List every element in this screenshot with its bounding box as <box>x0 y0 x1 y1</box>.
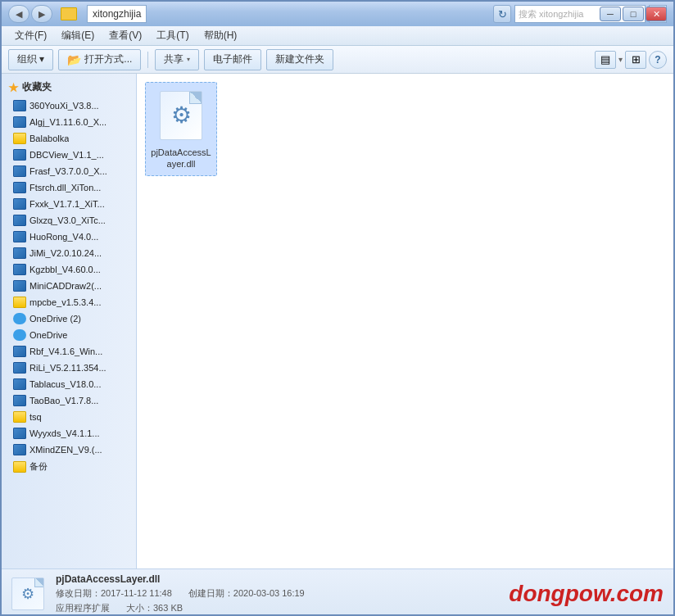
share-dropdown-icon: ▾ <box>187 56 190 63</box>
sidebar-item-icon-4 <box>13 165 26 177</box>
sidebar-item-label-17: Tablacus_V18.0... <box>29 379 101 389</box>
sidebar-item-icon-12 <box>13 297 26 308</box>
title-bar-left: ◀ ▶ xitongzhijia <box>8 5 152 23</box>
sidebar-item-icon-15 <box>13 346 26 357</box>
sidebar-item-2[interactable]: Balabolka <box>2 130 136 147</box>
sidebar-item-4[interactable]: Frasf_V3.7.0.0_X... <box>2 163 136 179</box>
file-gear-icon: ⚙ <box>171 102 192 129</box>
sidebar-item-label-7: Glxzq_V3.0_XiTc... <box>29 215 106 225</box>
sidebar-item-icon-10 <box>13 264 26 275</box>
sidebar: ★ 收藏夹 360YouXi_V3.8... Algj_V1.11.6.0_X.… <box>2 74 137 568</box>
status-filename: pjDataAccessLayer.dll <box>56 573 497 585</box>
sidebar-item-label-16: RiLi_V5.2.11.354... <box>29 363 106 373</box>
open-with-label: 打开方式... <box>84 52 132 66</box>
menu-help[interactable]: 帮助(H) <box>197 27 244 44</box>
status-bar: ⚙ pjDataAccessLayer.dll 修改日期：2017-11-12 … <box>2 568 673 616</box>
sidebar-item-11[interactable]: MiniCADDraw2(... <box>2 278 136 294</box>
sidebar-item-icon-11 <box>13 280 26 292</box>
status-size-value: 363 KB <box>153 603 183 613</box>
sidebar-item-19[interactable]: tsq <box>2 409 136 425</box>
sidebar-item-18[interactable]: TaoBao_V1.7.8... <box>2 392 136 409</box>
sidebar-item-3[interactable]: DBCView_V1.1_... <box>2 147 136 163</box>
file-area: ⚙ pjDataAccessLayer.dll <box>137 74 673 568</box>
sidebar-item-10[interactable]: Kgzbbl_V4.60.0... <box>2 261 136 278</box>
sidebar-item-16[interactable]: RiLi_V5.2.11.354... <box>2 360 136 376</box>
sidebar-item-icon-18 <box>13 395 26 406</box>
sidebar-item-0[interactable]: 360YouXi_V3.8... <box>2 97 136 114</box>
menu-edit[interactable]: 编辑(E) <box>55 27 101 44</box>
view-icon: ▤ <box>600 53 610 66</box>
sidebar-item-13[interactable]: OneDrive (2) <box>2 310 136 327</box>
organize-button[interactable]: 组织 ▾ <box>8 49 53 70</box>
sidebar-item-icon-3 <box>13 149 26 161</box>
close-button[interactable]: ✕ <box>646 7 667 21</box>
folder-open-icon: 📂 <box>67 53 81 66</box>
help-icon: ? <box>655 54 660 66</box>
sidebar-item-22[interactable]: 备份 <box>2 458 136 475</box>
main-area: ★ 收藏夹 360YouXi_V3.8... Algj_V1.11.6.0_X.… <box>2 74 673 568</box>
sidebar-item-label-13: OneDrive (2) <box>29 314 81 324</box>
menu-view[interactable]: 查看(V) <box>102 27 148 44</box>
sidebar-item-5[interactable]: Ftsrch.dll_XiTon... <box>2 179 136 196</box>
sidebar-item-icon-13 <box>13 313 26 324</box>
sidebar-item-17[interactable]: Tablacus_V18.0... <box>2 376 136 392</box>
refresh-button[interactable]: ↻ <box>493 5 511 23</box>
toolbar: 组织 ▾ 📂 打开方式... 共享 ▾ 电子邮件 新建文件夹 ▤ ▾ ⊞ ? <box>2 46 673 74</box>
sidebar-item-icon-22 <box>13 461 26 473</box>
sidebar-item-icon-8 <box>13 231 26 242</box>
sidebar-item-label-19: tsq <box>29 412 42 422</box>
status-type-label: 应用程序扩展 <box>56 602 110 614</box>
sidebar-item-label-3: DBCView_V1.1_... <box>29 150 104 160</box>
address-bar[interactable]: xitongzhijia <box>87 5 147 23</box>
status-gear-icon: ⚙ <box>21 585 34 603</box>
sidebar-item-14[interactable]: OneDrive <box>2 327 136 343</box>
sidebar-item-icon-21 <box>13 444 26 455</box>
open-with-button[interactable]: 📂 打开方式... <box>58 49 141 70</box>
view-toggle-button[interactable]: ▤ <box>595 51 616 69</box>
sidebar-item-label-18: TaoBao_V1.7.8... <box>29 396 98 405</box>
status-details-row2: 应用程序扩展 大小：363 KB <box>56 602 497 614</box>
columns-button[interactable]: ⊞ <box>625 51 646 69</box>
window-controls: ─ □ ✕ <box>600 7 667 21</box>
new-folder-button[interactable]: 新建文件夹 <box>266 49 333 70</box>
sidebar-item-label-1: Algj_V1.11.6.0_X... <box>29 117 106 127</box>
minimize-button[interactable]: ─ <box>600 7 621 21</box>
file-page-icon: ⚙ <box>160 91 202 140</box>
status-modified-label: 修改日期：2017-11-12 11:48 <box>56 587 172 600</box>
menu-file[interactable]: 文件(F) <box>8 27 53 44</box>
sidebar-item-15[interactable]: Rbf_V4.1.6_Win... <box>2 343 136 360</box>
sidebar-item-icon-0 <box>13 100 26 111</box>
organize-label: 组织 ▾ <box>17 52 44 66</box>
sidebar-item-1[interactable]: Algj_V1.11.6.0_X... <box>2 114 136 130</box>
forward-button[interactable]: ▶ <box>31 5 52 23</box>
sidebar-item-9[interactable]: JiMi_V2.0.10.24... <box>2 245 136 261</box>
sidebar-item-12[interactable]: mpcbe_v1.5.3.4... <box>2 294 136 310</box>
sidebar-item-8[interactable]: HuoRong_V4.0... <box>2 229 136 245</box>
help-button[interactable]: ? <box>649 51 667 69</box>
sidebar-item-6[interactable]: Fxxk_V1.7.1_XiT... <box>2 196 136 212</box>
sidebar-item-20[interactable]: Wyyxds_V4.1.1... <box>2 425 136 442</box>
sidebar-item-icon-5 <box>13 182 26 193</box>
sidebar-item-7[interactable]: Glxzq_V3.0_XiTc... <box>2 212 136 229</box>
sidebar-item-icon-16 <box>13 362 26 374</box>
sidebar-item-icon-9 <box>13 247 26 259</box>
folder-icon <box>61 7 77 20</box>
sidebar-item-21[interactable]: XMindZEN_V9.(... <box>2 442 136 458</box>
maximize-button[interactable]: □ <box>623 7 644 21</box>
share-button[interactable]: 共享 ▾ <box>155 49 199 70</box>
email-button[interactable]: 电子邮件 <box>204 49 261 70</box>
sidebar-item-label-11: MiniCADDraw2(... <box>29 281 102 291</box>
title-bar: ◀ ▶ xitongzhijia ↻ 搜索 xitongzhijia 🔍 ─ □… <box>2 2 673 26</box>
menu-tools[interactable]: 工具(T) <box>150 27 195 44</box>
new-folder-label: 新建文件夹 <box>275 52 324 66</box>
sidebar-item-label-22: 备份 <box>29 460 48 473</box>
view-dropdown-icon[interactable]: ▾ <box>618 55 623 64</box>
sidebar-item-icon-20 <box>13 428 26 439</box>
sidebar-item-icon-6 <box>13 198 26 210</box>
sidebar-item-label-20: Wyyxds_V4.1.1... <box>29 428 100 438</box>
status-created-date: 2020-03-03 16:19 <box>233 588 305 598</box>
back-button[interactable]: ◀ <box>8 5 29 23</box>
sidebar-item-label-6: Fxxk_V1.7.1_XiT... <box>29 199 105 209</box>
file-item-dll[interactable]: ⚙ pjDataAccessLayer.dll <box>145 82 217 176</box>
status-size: 大小：363 KB <box>126 602 183 614</box>
